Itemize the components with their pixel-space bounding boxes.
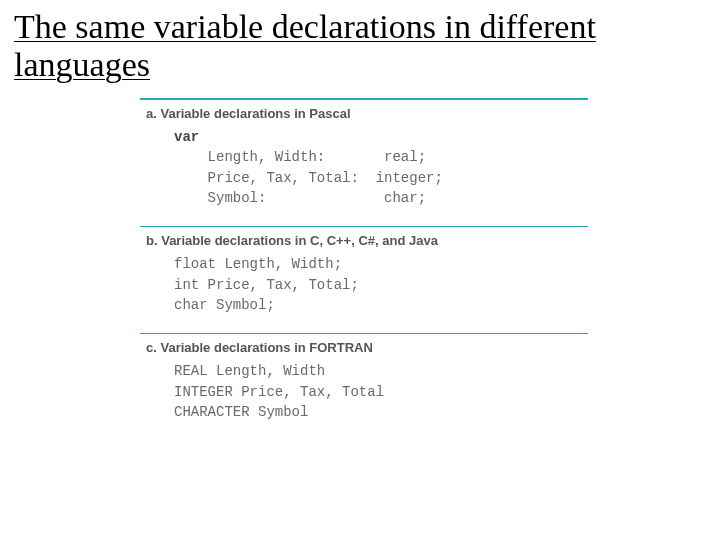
keyword-var: var <box>174 129 199 145</box>
code-line: REAL Length, Width <box>174 363 325 379</box>
slide-title: The same variable declarations in differ… <box>0 0 720 88</box>
section-heading: a. Variable declarations in Pascal <box>140 102 588 127</box>
section-label: b. <box>146 233 158 248</box>
code-line: char Symbol; <box>174 297 275 313</box>
divider <box>140 333 588 334</box>
code-line: int Price, Tax, Total; <box>174 277 359 293</box>
code-line: Length, Width: real; <box>174 149 426 165</box>
section-heading-text: Variable declarations in C, C++, C#, and… <box>161 233 438 248</box>
section-heading: c. Variable declarations in FORTRAN <box>140 336 588 361</box>
code-block-fortran: REAL Length, Width INTEGER Price, Tax, T… <box>140 361 588 432</box>
code-block-pascal: var Length, Width: real; Price, Tax, Tot… <box>140 127 588 218</box>
section-c: c. Variable declarations in FORTRAN REAL… <box>140 333 588 432</box>
code-line: CHARACTER Symbol <box>174 404 308 420</box>
code-line: Price, Tax, Total: integer; <box>174 170 443 186</box>
section-b: b. Variable declarations in C, C++, C#, … <box>140 226 588 325</box>
section-heading-text: Variable declarations in FORTRAN <box>160 340 372 355</box>
code-block-c: float Length, Width; int Price, Tax, Tot… <box>140 254 588 325</box>
code-line: INTEGER Price, Tax, Total <box>174 384 384 400</box>
section-heading: b. Variable declarations in C, C++, C#, … <box>140 229 588 254</box>
section-heading-text: Variable declarations in Pascal <box>160 106 350 121</box>
code-line: Symbol: char; <box>174 190 426 206</box>
section-label: c. <box>146 340 157 355</box>
section-a: a. Variable declarations in Pascal var L… <box>140 98 588 218</box>
divider <box>140 226 588 227</box>
divider <box>140 98 588 100</box>
section-label: a. <box>146 106 157 121</box>
code-line: float Length, Width; <box>174 256 342 272</box>
content-area: a. Variable declarations in Pascal var L… <box>140 98 588 432</box>
